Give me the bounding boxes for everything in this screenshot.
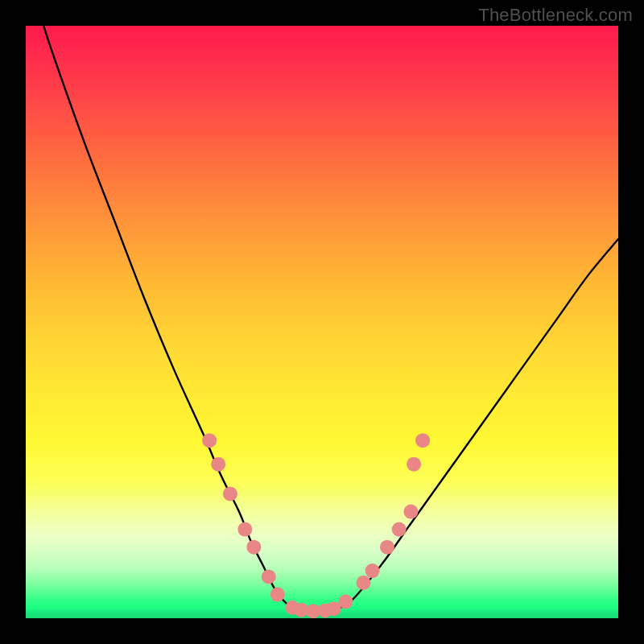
curve-marker: [223, 486, 237, 501]
curve-marker: [202, 433, 217, 448]
chart-overlay-svg: [26, 26, 618, 618]
curve-marker: [270, 588, 285, 602]
curve-marker: [365, 564, 380, 578]
curve-marker: [246, 540, 261, 555]
curve-marker: [415, 433, 430, 448]
curve-marker: [357, 576, 371, 590]
curve-marker: [407, 457, 421, 472]
curve-marker: [211, 457, 225, 472]
plot-area: [26, 26, 618, 618]
bottleneck-curve: [43, 26, 618, 611]
curve-marker: [403, 505, 418, 519]
curve-marker: [380, 540, 394, 555]
chart-frame: TheBottleneck.com: [0, 0, 644, 644]
curve-markers: [202, 433, 430, 618]
curve-marker: [262, 569, 276, 584]
watermark-text: TheBottleneck.com: [478, 5, 633, 26]
curve-marker: [237, 522, 252, 537]
curve-marker: [392, 522, 407, 537]
curve-marker: [338, 594, 353, 609]
